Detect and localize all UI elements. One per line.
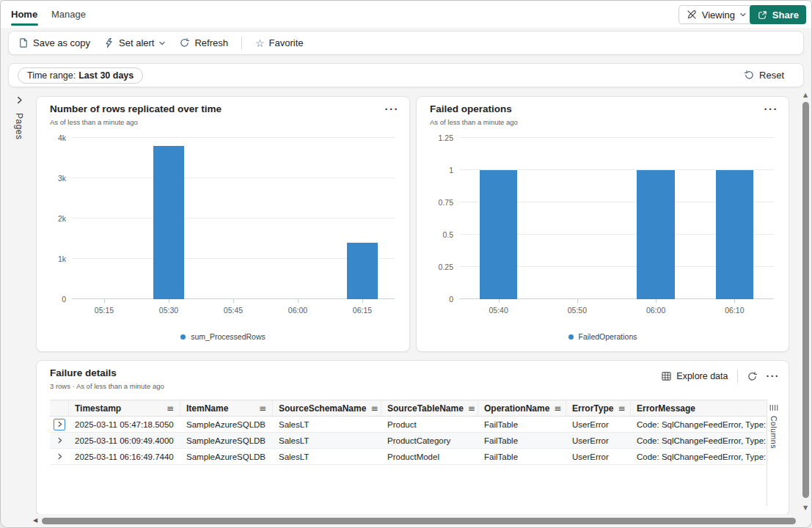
table-row[interactable]: 2025-03-11 05:47:18.5050SampleAzureSQLDB… <box>50 417 766 433</box>
y-tick-label: 1.25 <box>439 133 453 142</box>
pencil-slash-icon <box>686 9 698 21</box>
table-row[interactable]: 2025-03-11 06:16:49.7440SampleAzureSQLDB… <box>50 449 766 465</box>
column-header-errortype[interactable]: ErrorType≡ <box>566 400 631 416</box>
legend-label: sum_ProcessedRows <box>191 332 266 341</box>
x-tick-label: 06:15 <box>353 306 372 315</box>
y-tick-label: 4k <box>58 133 66 142</box>
column-header-expand <box>50 400 69 416</box>
column-header-sourcetablename[interactable]: SourceTableName≡ <box>381 400 478 416</box>
table-cell: UserError <box>566 417 631 432</box>
table-controls: Explore data ··· <box>661 370 780 383</box>
bar-06:10[interactable] <box>716 170 753 299</box>
title-bar: Home Manage Viewing Share <box>1 1 811 28</box>
row-expand-cell <box>50 417 69 432</box>
table-cell: 2025-03-11 05:47:18.5050 <box>69 417 180 432</box>
column-header-timestamp[interactable]: Timestamp≡ <box>69 400 180 416</box>
bar-06:00[interactable] <box>637 170 674 299</box>
row-expand-button[interactable] <box>54 435 65 447</box>
gridline <box>72 177 395 178</box>
column-menu-icon[interactable]: ≡ <box>468 403 475 414</box>
x-tick <box>104 299 105 303</box>
refresh-icon <box>179 37 190 48</box>
table-cell: SampleAzureSQLDB <box>180 417 273 432</box>
table-cell: FailTable <box>478 417 566 432</box>
row-expand-cell <box>50 449 69 464</box>
plot-area: 00.250.50.7511.2505:4005:5006:0006:10 <box>459 138 774 299</box>
chart-card-rows-replicated: Number of rows replicated over time As o… <box>36 96 410 352</box>
column-header-operationname[interactable]: OperationName≡ <box>478 400 566 416</box>
more-options-button[interactable]: ··· <box>382 100 403 118</box>
favorite-label: Favorite <box>269 37 304 48</box>
table-cell: ProductModel <box>381 449 478 464</box>
x-tick-label: 05:50 <box>568 306 587 315</box>
gridline <box>72 137 395 138</box>
more-options-button[interactable]: ··· <box>761 100 782 118</box>
vertical-scrollbar-thumb[interactable] <box>802 102 809 498</box>
chart-title: Failed operations <box>430 103 512 114</box>
scroll-left-arrow-icon[interactable]: ◀ <box>33 517 37 524</box>
y-tick-label: 0.5 <box>442 230 453 239</box>
x-tick-label: 05:30 <box>159 306 178 315</box>
row-expand-button[interactable] <box>54 451 65 463</box>
share-button[interactable]: Share <box>750 5 806 24</box>
toolbar-divider <box>241 37 242 50</box>
x-tick <box>233 299 234 303</box>
scroll-down-arrow-icon[interactable]: ▼ <box>800 505 811 511</box>
column-menu-icon[interactable]: ≡ <box>167 403 174 414</box>
tab-manage[interactable]: Manage <box>51 1 86 28</box>
y-tick-label: 0 <box>449 295 453 304</box>
table-cell: Code: SqlChangeFeedError, Type: <box>631 449 766 464</box>
pages-panel[interactable]: Pages <box>8 90 30 511</box>
bar-05:30[interactable] <box>153 146 184 299</box>
column-header-label: ErrorMessage <box>637 403 695 414</box>
horizontal-scrollbar-thumb[interactable] <box>42 518 796 524</box>
column-header-itemname[interactable]: ItemName≡ <box>180 400 273 416</box>
column-menu-icon[interactable]: ≡ <box>259 403 266 414</box>
time-range-filter[interactable]: Time range: Last 30 days <box>18 67 143 84</box>
explore-data-button[interactable]: Explore data <box>661 371 728 381</box>
set-alert-label: Set alert <box>119 37 154 48</box>
refresh-label: Refresh <box>194 37 228 48</box>
app-window: Home Manage Viewing Share Save as copy <box>0 0 812 528</box>
save-as-copy-label: Save as copy <box>33 37 90 48</box>
row-expand-button[interactable] <box>54 419 65 430</box>
filter-bar: Time range: Last 30 days Reset <box>8 63 804 87</box>
x-tick-label: 05:15 <box>95 306 114 315</box>
column-menu-icon[interactable]: ≡ <box>554 403 561 414</box>
x-tick <box>577 299 578 303</box>
table-refresh-icon[interactable] <box>747 371 758 382</box>
column-menu-icon[interactable]: ≡ <box>370 403 378 414</box>
table-subtitle: 3 rows · As of less than a minute ago <box>50 382 164 390</box>
star-icon: ☆ <box>255 38 265 48</box>
bar-05:40[interactable] <box>480 170 517 299</box>
refresh-button[interactable]: Refresh <box>179 37 228 48</box>
gridline <box>72 218 395 219</box>
table-cell: 2025-03-11 06:09:49.4000 <box>69 433 180 448</box>
reset-button[interactable]: Reset <box>744 70 784 81</box>
gridline <box>459 137 774 138</box>
y-tick-label: 0.75 <box>439 198 453 207</box>
column-menu-icon[interactable]: ≡ <box>618 403 625 414</box>
horizontal-scrollbar[interactable]: ◀ <box>1 514 812 527</box>
column-header-label: Timestamp <box>75 403 121 414</box>
plot-area: 01k2k3k4k05:1505:3005:4506:0006:15 <box>72 138 395 299</box>
expand-pages-chevron-icon[interactable] <box>15 96 23 104</box>
columns-panel[interactable]: Columns <box>767 400 780 506</box>
bar-06:15[interactable] <box>347 243 378 299</box>
y-tick-label: 2k <box>58 214 66 223</box>
set-alert-button[interactable]: Set alert <box>103 37 166 48</box>
table-row[interactable]: 2025-03-11 06:09:49.4000SampleAzureSQLDB… <box>50 433 766 449</box>
column-header-sourceschemaname[interactable]: SourceSchemaName≡ <box>273 400 381 416</box>
favorite-button[interactable]: ☆ Favorite <box>255 37 304 48</box>
viewing-mode-button[interactable]: Viewing <box>679 5 754 24</box>
table-more-options-button[interactable]: ··· <box>767 370 780 382</box>
table-body: 2025-03-11 05:47:18.5050SampleAzureSQLDB… <box>50 417 766 465</box>
failure-details-table: Timestamp≡ItemName≡SourceSchemaName≡Sour… <box>50 400 766 465</box>
table-cell: Code: SqlChangeFeedError, Type: <box>631 433 766 448</box>
vertical-scrollbar[interactable]: ▲ ▼ <box>800 90 811 513</box>
y-tick-label: 3k <box>58 174 66 183</box>
column-header-errormessage[interactable]: ErrorMessage <box>631 400 766 416</box>
save-as-copy-button[interactable]: Save as copy <box>18 37 90 48</box>
scroll-up-arrow-icon[interactable]: ▲ <box>800 92 811 98</box>
column-header-label: ErrorType <box>572 403 613 414</box>
